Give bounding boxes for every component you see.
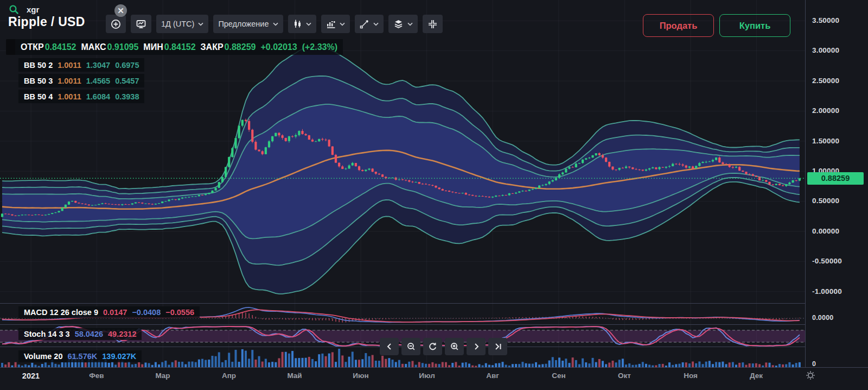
pencil-line-icon <box>360 19 369 29</box>
bb-legend-2[interactable]: BB 50 2 1.0011 1.3047 0.6975 <box>18 58 144 72</box>
pane-separator-macd[interactable] <box>0 303 868 304</box>
price-tick: 0.50000 <box>812 197 839 205</box>
close-icon[interactable]: ✕ <box>114 4 127 17</box>
gear-icon <box>805 370 816 381</box>
volume-ma: 139.027K <box>102 352 136 361</box>
close-value: 0.88259 <box>225 42 256 52</box>
arrows-collapse-icon <box>427 19 438 29</box>
low-label: МИН <box>143 42 163 52</box>
change-value: +0.02013 <box>260 42 297 52</box>
open-value: 0.84152 <box>45 42 76 52</box>
price-tick: 0.00000 <box>812 227 839 235</box>
trade-actions: Продать Купить <box>643 14 790 37</box>
time-tick: Фев <box>89 372 104 380</box>
market-type-label: Предложение <box>218 20 269 28</box>
indicators-dropdown[interactable] <box>321 15 350 33</box>
search-query[interactable]: xgr <box>27 5 39 14</box>
skip-to-end-icon <box>494 343 502 350</box>
chevron-right-icon <box>473 343 480 350</box>
chart-toolbar: 1Д (UTC) Предложение <box>106 15 443 33</box>
market-type-dropdown[interactable]: Предложение <box>213 15 283 33</box>
open-label: ОТКР <box>21 42 44 52</box>
macd-value: −0.0408 <box>132 308 161 317</box>
time-tick: Июл <box>419 372 435 380</box>
bb4-lower: 0.3938 <box>115 92 139 101</box>
time-axis[interactable]: 2021 Фев Мар Апр Май Июн Июл Авг Сен Окт… <box>0 368 868 390</box>
price-tick: 2.50000 <box>812 77 839 85</box>
stoch-legend[interactable]: Stoch 14 3 3 58.0426 49.2312 <box>18 328 142 340</box>
ohlc-legend: ОТКР0.84152 МАКС0.91095 МИН0.84152 ЗАКР0… <box>15 39 343 55</box>
histogram-icon <box>326 19 336 29</box>
buy-button[interactable]: Купить <box>719 14 790 37</box>
volume-current: 61.576K <box>67 352 97 361</box>
bb4-name: BB 50 4 <box>24 92 53 101</box>
bb2-lower: 0.6975 <box>115 61 139 70</box>
time-tick: Дек <box>750 372 763 380</box>
bb3-upper: 1.4565 <box>86 77 110 85</box>
zoom-in-icon <box>450 342 459 351</box>
pane-separator-stoch[interactable] <box>0 324 868 325</box>
price-tick: -1.00000 <box>812 287 842 295</box>
time-tick: Апр <box>222 372 236 380</box>
price-tick: 3.50000 <box>812 16 839 24</box>
macd-name: MACD 12 26 close 9 <box>24 308 98 317</box>
drawing-tools-dropdown[interactable] <box>355 15 384 33</box>
close-label: ЗАКР <box>201 42 224 52</box>
collapse-chart-button[interactable] <box>423 15 443 33</box>
symbol-search[interactable]: xgr <box>9 4 39 15</box>
scroll-left-button[interactable] <box>380 338 399 355</box>
symbol-title: Ripple / USD <box>8 15 85 29</box>
high-value: 0.91095 <box>107 42 139 52</box>
reset-view-icon <box>429 342 437 351</box>
chevron-down-icon <box>198 22 203 26</box>
bb3-basis: 1.0011 <box>58 77 81 85</box>
price-tick: -0.50000 <box>812 257 842 265</box>
add-indicator-button[interactable] <box>106 15 126 33</box>
zoom-out-button[interactable] <box>401 338 420 355</box>
bb4-basis: 1.0011 <box>58 92 81 101</box>
time-tick: Сен <box>552 372 565 380</box>
price-axis[interactable]: 3.50000 3.00000 2.50000 2.00000 1.50000 … <box>805 0 868 367</box>
stoch-name: Stoch 14 3 3 <box>24 330 70 338</box>
chevron-down-icon <box>306 22 311 26</box>
bb-legend-4[interactable]: BB 50 4 1.0011 1.6084 0.3938 <box>18 90 144 103</box>
axis-settings-button[interactable] <box>803 369 818 383</box>
macd-legend[interactable]: MACD 12 26 close 9 0.0147 −0.0408 −0.055… <box>18 306 200 318</box>
change-percent: (+2.33%) <box>302 42 337 52</box>
macd-hist: 0.0147 <box>103 308 127 317</box>
chevron-down-icon <box>407 22 413 26</box>
time-tick: Окт <box>618 372 631 380</box>
time-tick: Июн <box>353 372 368 380</box>
zoom-out-icon <box>407 342 416 351</box>
monitor-chart-icon <box>136 19 146 29</box>
scroll-right-button[interactable] <box>467 338 486 355</box>
interval-label: 1Д (UTC) <box>161 20 194 28</box>
chevron-down-icon <box>340 22 345 26</box>
legend-collapse-tab[interactable] <box>6 39 15 55</box>
search-icon <box>9 4 19 15</box>
volume-legend[interactable]: Volume 20 61.576K 139.027K <box>18 350 142 362</box>
reset-view-button[interactable] <box>423 338 442 355</box>
bb2-upper: 1.3047 <box>86 61 110 70</box>
layers-dropdown[interactable] <box>388 15 418 33</box>
macd-signal: −0.0556 <box>165 308 194 317</box>
time-tick: Авг <box>486 372 499 380</box>
bb3-name: BB 50 3 <box>24 77 53 85</box>
price-tick: 1.50000 <box>812 137 839 145</box>
current-price-tag: 0.88259 <box>807 172 864 185</box>
price-tick: 2.00000 <box>812 106 839 115</box>
interval-dropdown[interactable]: 1Д (UTC) <box>156 15 208 33</box>
time-tick-year: 2021 <box>22 372 40 380</box>
price-tick: 3.00000 <box>812 46 839 54</box>
chart-view-button[interactable] <box>131 15 151 33</box>
chevron-left-icon <box>386 343 393 350</box>
bb2-name: BB 50 2 <box>24 61 53 70</box>
sell-button[interactable]: Продать <box>643 14 714 37</box>
chart-type-dropdown[interactable] <box>288 15 316 33</box>
bb-legend-3[interactable]: BB 50 3 1.0011 1.4565 0.5457 <box>18 74 144 87</box>
chevron-down-icon <box>373 22 379 26</box>
zoom-in-button[interactable] <box>445 338 464 355</box>
stoch-k: 58.0426 <box>75 330 103 338</box>
go-to-end-button[interactable] <box>488 338 507 355</box>
time-tick: Мар <box>155 372 170 380</box>
